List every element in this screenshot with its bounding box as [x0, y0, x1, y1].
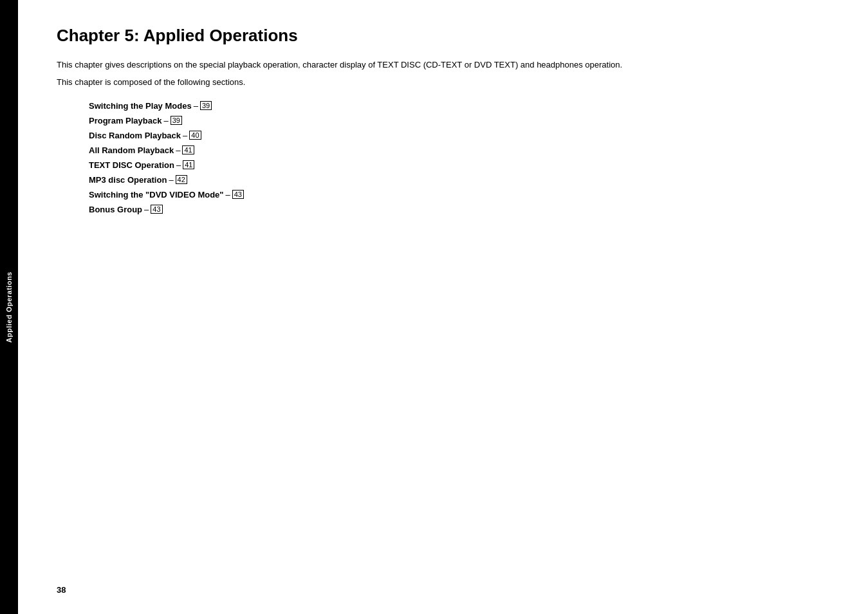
- toc-item-page-ref[interactable]: 43: [232, 190, 244, 199]
- page-number: 38: [57, 585, 66, 595]
- intro-text-1: This chapter gives descriptions on the s…: [57, 59, 829, 72]
- toc-item-label: Program Playback: [89, 116, 162, 126]
- toc-item-page-ref[interactable]: 42: [176, 175, 187, 184]
- toc-item[interactable]: Bonus Group –43: [89, 205, 829, 214]
- toc-item-label: Disc Random Playback: [89, 131, 181, 140]
- toc-item-arrow: –: [194, 101, 198, 111]
- toc-item-page-ref[interactable]: 40: [189, 131, 201, 140]
- toc-item-page-ref[interactable]: 39: [171, 116, 182, 125]
- toc-item[interactable]: Disc Random Playback –40: [89, 131, 829, 140]
- toc-item-arrow: –: [226, 190, 230, 200]
- toc-item-arrow: –: [176, 145, 180, 155]
- page-container: Applied Operations Chapter 5: Applied Op…: [0, 0, 868, 614]
- toc-item-label: Switching the "DVD VIDEO Mode": [89, 190, 224, 200]
- intro-text-2: This chapter is composed of the followin…: [57, 76, 829, 89]
- toc-item-label: TEXT DISC Operation: [89, 160, 174, 170]
- toc-item-page-ref[interactable]: 41: [183, 160, 194, 169]
- toc-container: Switching the Play Modes –39Program Play…: [89, 101, 829, 214]
- toc-item-label: All Random Playback: [89, 145, 174, 155]
- toc-item-label: Switching the Play Modes: [89, 101, 192, 111]
- toc-item-arrow: –: [183, 131, 187, 140]
- toc-item-page-ref[interactable]: 41: [182, 145, 194, 154]
- toc-item-arrow: –: [176, 160, 181, 170]
- sidebar-label: Applied Operations: [5, 272, 13, 342]
- toc-item-label: Bonus Group: [89, 205, 142, 214]
- toc-item[interactable]: Switching the Play Modes –39: [89, 101, 829, 111]
- sidebar: Applied Operations: [0, 0, 18, 614]
- toc-item[interactable]: All Random Playback –41: [89, 145, 829, 155]
- toc-item[interactable]: Program Playback –39: [89, 116, 829, 126]
- toc-item-page-ref[interactable]: 43: [151, 205, 162, 214]
- chapter-title: Chapter 5: Applied Operations: [57, 26, 829, 46]
- toc-item-page-ref[interactable]: 39: [200, 101, 212, 110]
- toc-item-label: MP3 disc Operation: [89, 175, 167, 185]
- main-content: Chapter 5: Applied Operations This chapt…: [18, 0, 868, 614]
- toc-item-arrow: –: [163, 116, 168, 126]
- toc-item[interactable]: Switching the "DVD VIDEO Mode" –43: [89, 190, 829, 200]
- toc-item[interactable]: MP3 disc Operation –42: [89, 175, 829, 185]
- toc-item[interactable]: TEXT DISC Operation –41: [89, 160, 829, 170]
- toc-item-arrow: –: [144, 205, 149, 214]
- toc-item-arrow: –: [169, 175, 173, 185]
